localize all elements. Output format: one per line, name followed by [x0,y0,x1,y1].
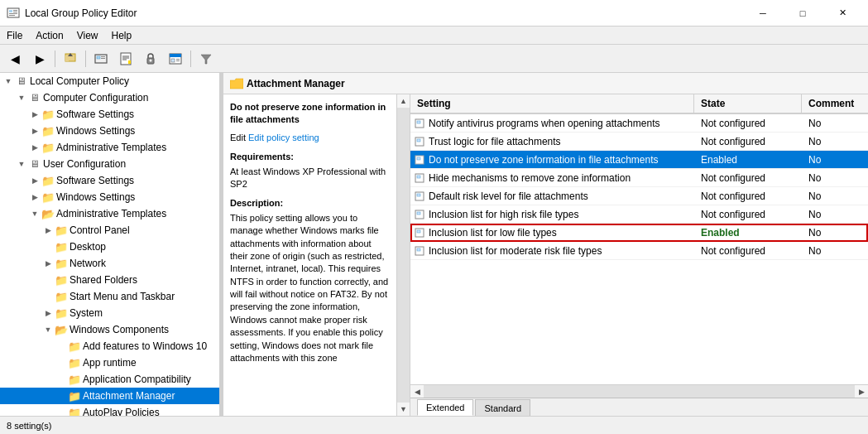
toolbar-show-hide[interactable] [89,48,113,70]
scroll-right-button[interactable]: ▶ [855,385,868,398]
minimize-button[interactable]: ─ [744,1,782,26]
menu-help[interactable]: Help [105,28,139,43]
tree-item-windows-settings-1[interactable]: ▶ 📁 Windows Settings [0,123,219,139]
tree-item-software-settings-1[interactable]: ▶ 📁 Software Settings [0,106,219,123]
toolbar-properties[interactable] [164,48,187,70]
tree-item-label: User Configuration [43,158,126,170]
table-row[interactable]: Inclusion list for high risk file types … [410,205,868,224]
row-icon [414,136,425,147]
tree-item-add-features[interactable]: 📁 Add features to Windows 10 [0,338,219,354]
menu-view[interactable]: View [70,28,105,43]
expand-icon [41,273,55,287]
tree-item-label: Computer Configuration [43,92,148,104]
folder-icon: 📁 [68,406,81,416]
tree-item-windows-settings-2[interactable]: ▶ 📁 Windows Settings [0,189,219,205]
tree-item-software-settings-2[interactable]: ▶ 📁 Software Settings [0,172,219,189]
cell-state: Not configured [694,244,802,258]
scroll-down-button[interactable]: ▼ [397,403,410,416]
cell-setting: Inclusion list for low file types [410,225,694,240]
menu-file[interactable]: File [0,28,29,43]
tree-item-app-runtime[interactable]: 📁 App runtime [0,354,219,371]
policy-title: Do not preserve zone information in file… [230,101,390,127]
table-row[interactable]: Hide mechanisms to remove zone informati… [410,169,868,187]
toolbar-policy[interactable] [114,48,137,70]
description-panel: Do not preserve zone information in file… [223,94,397,416]
tree-item-computer-config[interactable]: ▼ 🖥 Computer Configuration [0,89,219,106]
svg-rect-24 [176,60,180,61]
vertical-scrollbar[interactable]: ▲ ▼ [397,94,410,416]
toolbar-lock[interactable] [139,48,162,70]
menu-bar: File Action View Help [0,27,868,45]
table-row[interactable]: Notify antivirus programs when opening a… [410,114,868,133]
close-button[interactable]: ✕ [823,1,861,26]
tree-item-desktop[interactable]: 📁 Desktop [0,239,219,255]
tree-item-admin-templates-1[interactable]: ▶ 📁 Administrative Templates [0,139,219,156]
tree-item-network[interactable]: ▶ 📁 Network [0,255,219,272]
description-label: Description: [230,197,390,210]
scroll-track[interactable] [397,108,410,403]
menu-action[interactable]: Action [29,28,70,43]
tree-item-label: Desktop [70,241,106,253]
setting-text: Default risk level for file attachments [429,190,588,202]
table-row[interactable]: Inclusion list for moderate risk file ty… [410,242,868,260]
svg-point-19 [150,59,152,61]
window-title: Local Group Policy Editor [25,7,137,19]
cell-comment: No [802,152,868,167]
toolbar-separator-3 [190,51,191,67]
cell-setting: Inclusion list for moderate risk file ty… [410,244,694,258]
table-row[interactable]: Trust logic for file attachments Not con… [410,133,868,151]
setting-text: Notify antivirus programs when opening a… [429,118,659,129]
tree-item-control-panel[interactable]: ▶ 📁 Control Panel [0,222,219,239]
h-scroll-track[interactable] [424,385,855,398]
svg-rect-4 [9,13,17,14]
cell-setting: Inclusion list for high risk file types [410,207,694,222]
folder-icon: 📂 [55,323,68,336]
expand-icon: ▶ [41,306,55,320]
cell-state: Not configured [694,134,802,149]
scroll-up-button[interactable]: ▲ [397,94,410,108]
tree-item-label: Add features to Windows 10 [83,340,207,352]
expand-icon: ▼ [28,207,41,220]
tree-item-windows-components[interactable]: ▼ 📂 Windows Components [0,321,219,338]
toolbar-forward[interactable]: ▶ [28,48,51,70]
tree-item-start-menu[interactable]: 📁 Start Menu and Taskbar [0,288,219,305]
header-comment: Comment [802,94,868,113]
expand-icon [55,340,68,353]
toolbar-back[interactable]: ◀ [3,48,26,70]
tree-item-shared-folders[interactable]: 📁 Shared Folders [0,272,219,288]
tab-extended[interactable]: Extended [417,399,473,416]
table-row[interactable]: Default risk level for file attachments … [410,187,868,205]
edit-policy-link[interactable]: Edit policy setting [248,133,319,142]
setting-text: Do not preserve zone information in file… [429,154,658,166]
table-row-highlighted[interactable]: Inclusion list for low file types Enable… [410,224,868,242]
tree-item-local-computer-policy[interactable]: ▼ 🖥 Local Computer Policy [0,73,219,89]
tree-item-system[interactable]: ▶ 📁 System [0,305,219,321]
table-row-selected[interactable]: Do not preserve zone information in file… [410,151,868,169]
toolbar-filter[interactable] [194,48,218,70]
tree-item-label: System [70,307,103,319]
svg-rect-23 [176,59,180,60]
svg-rect-36 [417,194,420,196]
cell-state: Not configured [694,189,802,204]
cell-setting: Default risk level for file attachments [410,189,694,204]
tab-standard[interactable]: Standard [475,399,530,416]
svg-rect-21 [170,54,181,57]
tree-item-autoplay[interactable]: 📁 AutoPlay Policies [0,404,219,416]
tree-item-user-config[interactable]: ▼ 🖥 User Configuration [0,156,219,172]
tree-item-label: Windows Components [70,324,169,335]
scroll-left-button[interactable]: ◀ [410,385,424,398]
computer-icon: 🖥 [15,75,28,88]
toolbar-up[interactable] [59,48,82,70]
tree-item-label: App runtime [83,357,137,369]
tree-item-app-compat[interactable]: 📁 Application Compatibility [0,371,219,388]
svg-rect-34 [417,176,420,178]
expand-icon: ▶ [41,224,55,237]
expand-icon [41,240,55,253]
maximize-button[interactable]: □ [784,1,822,26]
tree-item-admin-templates-2[interactable]: ▼ 📂 Administrative Templates [0,205,219,222]
toolbar: ◀ ▶ [0,45,868,73]
tree-item-attachment-manager[interactable]: 📁 Attachment Manager [0,388,219,404]
requirements-label: Requirements: [230,151,390,163]
svg-rect-42 [417,248,420,251]
title-bar: Local Group Policy Editor ─ □ ✕ [0,0,868,27]
